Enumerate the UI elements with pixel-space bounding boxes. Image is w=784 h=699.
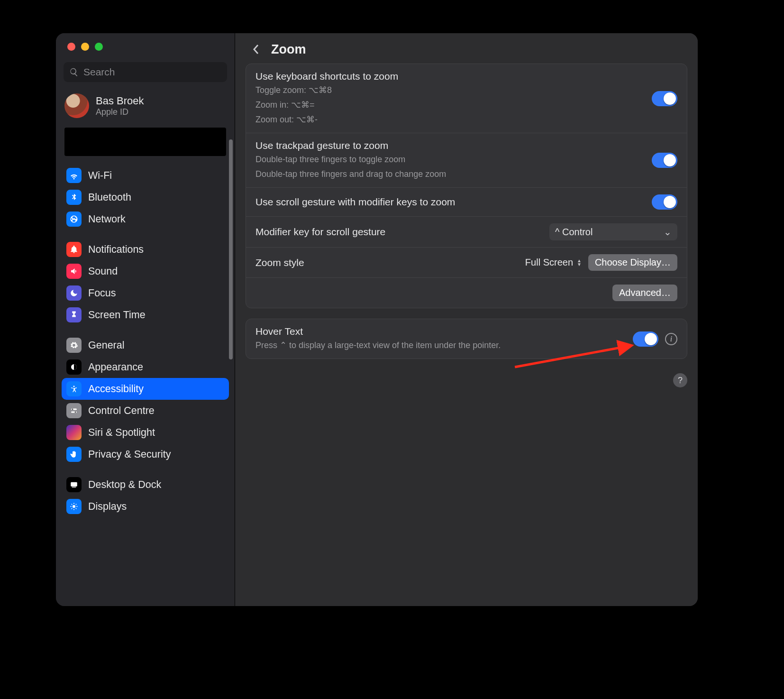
bell-icon bbox=[66, 242, 82, 257]
sidebar-item-label: Displays bbox=[88, 501, 127, 513]
sidebar: Search Bas Broek Apple ID Wi-Fi bbox=[56, 33, 235, 606]
control-centre-icon bbox=[66, 403, 82, 418]
sidebar-item-label: Bluetooth bbox=[88, 192, 131, 203]
svg-rect-6 bbox=[71, 482, 77, 487]
hand-icon bbox=[66, 447, 82, 462]
sidebar-item-label: Privacy & Security bbox=[88, 449, 171, 460]
main-pane: Zoom Use keyboard shortcuts to zoom Togg… bbox=[235, 33, 698, 606]
sidebar-item-label: Accessibility bbox=[88, 383, 144, 395]
sidebar-item-accessibility[interactable]: Accessibility bbox=[62, 378, 229, 400]
sidebar-item-appearance[interactable]: Appearance bbox=[62, 356, 229, 378]
sidebar-item-label: Siri & Spotlight bbox=[88, 427, 155, 439]
row-zoom-style: Zoom style Full Screen ▲▼ Choose Display… bbox=[246, 248, 687, 278]
network-icon bbox=[66, 212, 82, 227]
info-icon[interactable]: i bbox=[665, 333, 677, 345]
row-desc-line: Zoom out: ⌥⌘- bbox=[255, 113, 398, 126]
sidebar-item-bluetooth[interactable]: Bluetooth bbox=[62, 186, 229, 208]
modifier-key-select[interactable]: ^ Control ⌄ bbox=[549, 223, 677, 240]
siri-icon bbox=[66, 425, 82, 440]
zoom-style-select[interactable]: Full Screen ▲▼ bbox=[525, 257, 582, 268]
toggle-scroll-gesture[interactable] bbox=[652, 194, 677, 210]
row-title: Use keyboard shortcuts to zoom bbox=[255, 71, 398, 82]
row-desc-line: Double-tap three fingers to toggle zoom bbox=[255, 153, 446, 166]
sidebar-item-wifi[interactable]: Wi-Fi bbox=[62, 165, 229, 186]
sidebar-item-siri-spotlight[interactable]: Siri & Spotlight bbox=[62, 422, 229, 443]
chevron-left-icon bbox=[252, 44, 260, 55]
account-sub: Apple ID bbox=[96, 107, 144, 117]
sidebar-item-control-centre[interactable]: Control Centre bbox=[62, 400, 229, 422]
sidebar-item-label: Desktop & Dock bbox=[88, 479, 161, 491]
row-scroll-gesture: Use scroll gesture with modifier keys to… bbox=[246, 188, 687, 217]
sidebar-item-focus[interactable]: Focus bbox=[62, 282, 229, 304]
accessibility-icon bbox=[66, 381, 82, 396]
redacted-area bbox=[64, 128, 226, 156]
header: Zoom bbox=[246, 40, 687, 64]
row-trackpad-gesture: Use trackpad gesture to zoom Double-tap … bbox=[246, 133, 687, 188]
row-desc: Press ⌃ to display a large-text view of … bbox=[255, 339, 501, 352]
sidebar-item-screen-time[interactable]: Screen Time bbox=[62, 304, 229, 326]
toggle-hover-text[interactable] bbox=[633, 331, 658, 347]
row-advanced: Advanced… bbox=[246, 278, 687, 308]
row-keyboard-shortcuts: Use keyboard shortcuts to zoom Toggle zo… bbox=[246, 64, 687, 133]
row-title: Use trackpad gesture to zoom bbox=[255, 140, 446, 151]
sidebar-item-label: Appearance bbox=[88, 361, 143, 373]
settings-window: Search Bas Broek Apple ID Wi-Fi bbox=[56, 33, 698, 606]
wifi-icon bbox=[66, 168, 82, 183]
sidebar-item-label: Focus bbox=[88, 287, 116, 299]
page-title: Zoom bbox=[271, 42, 306, 57]
sidebar-item-label: Notifications bbox=[88, 244, 144, 256]
help-button[interactable]: ? bbox=[673, 373, 687, 387]
row-desc-line: Toggle zoom: ⌥⌘8 bbox=[255, 84, 398, 97]
row-title: Hover Text bbox=[255, 326, 501, 337]
row-title: Modifier key for scroll gesture bbox=[255, 226, 385, 238]
search-input[interactable]: Search bbox=[64, 62, 227, 82]
sidebar-item-label: General bbox=[88, 340, 125, 351]
advanced-button[interactable]: Advanced… bbox=[612, 285, 677, 301]
sidebar-item-displays[interactable]: Displays bbox=[62, 496, 229, 517]
svg-point-1 bbox=[73, 386, 75, 387]
search-icon bbox=[69, 67, 79, 77]
sound-icon bbox=[66, 264, 82, 279]
svg-point-5 bbox=[75, 412, 76, 413]
svg-rect-7 bbox=[72, 487, 76, 488]
select-value: Full Screen bbox=[525, 257, 573, 268]
avatar bbox=[64, 93, 89, 118]
row-title: Use scroll gesture with modifier keys to… bbox=[255, 196, 455, 208]
account-name: Bas Broek bbox=[96, 95, 144, 107]
hover-text-card: Hover Text Press ⌃ to display a large-te… bbox=[246, 319, 687, 359]
sidebar-scrollbar[interactable] bbox=[229, 139, 233, 359]
chevron-down-icon: ⌄ bbox=[663, 226, 672, 238]
hourglass-icon bbox=[66, 307, 82, 322]
account-row[interactable]: Bas Broek Apple ID bbox=[56, 89, 235, 125]
gear-icon bbox=[66, 338, 82, 353]
sidebar-item-label: Sound bbox=[88, 266, 118, 277]
close-window[interactable] bbox=[67, 43, 75, 51]
choose-display-button[interactable]: Choose Display… bbox=[588, 254, 677, 271]
sidebar-item-general[interactable]: General bbox=[62, 334, 229, 356]
sidebar-item-sound[interactable]: Sound bbox=[62, 260, 229, 282]
stepper-icon: ▲▼ bbox=[577, 259, 582, 267]
row-hover-text: Hover Text Press ⌃ to display a large-te… bbox=[246, 319, 687, 359]
moon-icon bbox=[66, 285, 82, 301]
back-button[interactable] bbox=[248, 42, 264, 57]
sidebar-item-privacy-security[interactable]: Privacy & Security bbox=[62, 443, 229, 465]
row-title: Zoom style bbox=[255, 257, 304, 268]
row-desc-line: Zoom in: ⌥⌘= bbox=[255, 99, 398, 111]
row-modifier-key: Modifier key for scroll gesture ^ Contro… bbox=[246, 217, 687, 248]
dock-icon bbox=[66, 477, 82, 492]
zoom-card: Use keyboard shortcuts to zoom Toggle zo… bbox=[246, 64, 687, 308]
row-desc-line: Double-tap three fingers and drag to cha… bbox=[255, 168, 446, 181]
sidebar-item-desktop-dock[interactable]: Desktop & Dock bbox=[62, 474, 229, 496]
toggle-keyboard-shortcuts[interactable] bbox=[652, 91, 677, 106]
window-controls bbox=[56, 33, 235, 51]
svg-point-4 bbox=[72, 409, 73, 410]
sidebar-item-label: Control Centre bbox=[88, 405, 155, 417]
minimize-window[interactable] bbox=[81, 43, 89, 51]
sidebar-item-label: Network bbox=[88, 213, 126, 225]
select-value: ^ Control bbox=[555, 227, 593, 238]
fullscreen-window[interactable] bbox=[95, 43, 103, 51]
sidebar-item-network[interactable]: Network bbox=[62, 208, 229, 230]
sidebar-item-notifications[interactable]: Notifications bbox=[62, 239, 229, 260]
toggle-trackpad-gesture[interactable] bbox=[652, 153, 677, 168]
appearance-icon bbox=[66, 359, 82, 375]
